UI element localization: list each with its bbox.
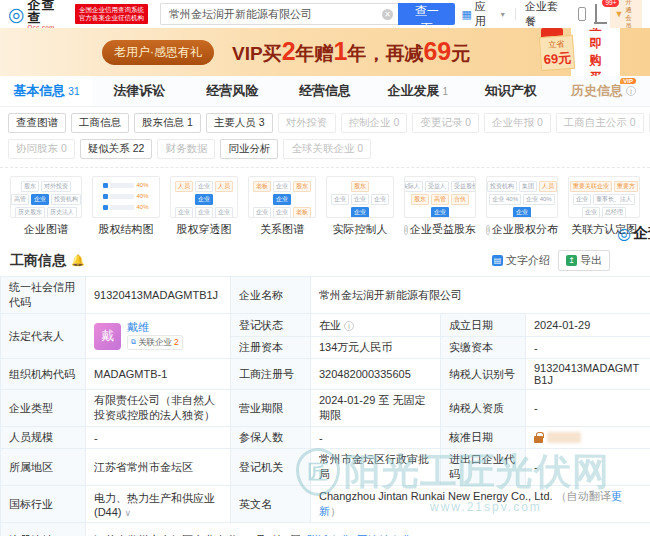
apps-grid-icon: ▦	[461, 8, 471, 21]
table-row: 组织机构代码 MADAGMTB-1 工商注册号 320482000335605 …	[1, 359, 650, 390]
tab-legal[interactable]: 法律诉讼	[93, 76, 186, 106]
mini-node: 企业	[351, 207, 369, 218]
tab-development[interactable]: 企业发展1	[371, 76, 464, 106]
field-value: 134万元人民币	[311, 337, 441, 359]
info-icon[interactable]: i	[344, 321, 354, 331]
qcc-brand-watermark: ◎ 企查查	[617, 224, 650, 243]
mini-node: 企业	[273, 194, 291, 205]
bell-icon	[595, 4, 597, 22]
graph-preview: 实际人受益人受益股份股东高管合伙企业	[404, 176, 476, 218]
industry-value[interactable]: 电力、热力生产和供应业 (D44) ∨	[86, 486, 231, 523]
text-intro-button[interactable]: ▤ 文字介绍	[492, 253, 550, 268]
table-row: 国标行业 电力、热力生产和供应业 (D44) ∨ 英文名 Changzhou J…	[1, 486, 650, 523]
mini-node: 企业	[431, 207, 449, 218]
field-label: 实缴资本	[441, 337, 526, 359]
related-companies-badge[interactable]: ⧉ 关联企业 2	[127, 335, 183, 350]
graph-card-equity-structure[interactable]: 40%40%40%股权结构图	[92, 176, 160, 237]
graph-card-equity-penetration[interactable]: 人员企业人员企业企业企业企业股权穿透图	[170, 176, 238, 237]
mini-node: 企业	[215, 207, 233, 218]
subnav-peer-analysis[interactable]: 同业分析	[220, 139, 278, 159]
graph-card-relationship-graph[interactable]: 老板企业股东企业企业企业老板关系图谱	[248, 176, 316, 237]
graph-card-label: 企业图谱	[10, 222, 82, 237]
mini-node: 股东	[21, 181, 39, 192]
graph-preview: 40%40%40%	[92, 176, 160, 218]
search-button[interactable]: 查一下	[398, 3, 455, 25]
field-value: 91320413MADAGMTB1J	[526, 359, 650, 390]
mini-node: 企业	[573, 194, 591, 205]
search-input[interactable]	[160, 3, 398, 25]
subscribe-bell-icon[interactable]: 🔔	[71, 254, 85, 267]
mini-node: 企业	[273, 181, 291, 192]
mini-node	[103, 194, 108, 199]
mini-node: 企业	[273, 207, 291, 218]
field-label: 注册资本	[231, 337, 311, 359]
graph-card-actual-controller-card[interactable]: 股东企业企业企业企业实际控制人	[326, 176, 394, 237]
subnav-shareholders[interactable]: 股东信息 1	[134, 113, 201, 133]
mini-node: 高管	[11, 194, 29, 205]
mobile-app-icon[interactable]	[578, 7, 587, 21]
mini-node: 企业	[253, 207, 271, 218]
graph-card-label: 实际控制人	[326, 222, 394, 237]
graph-card-beneficial-shareholders-card[interactable]: 实际人受益人受益股份股东高管合伙企业i企业受益股东	[404, 176, 476, 237]
enterprise-package-link[interactable]: 企业套餐	[525, 0, 568, 29]
tab-basic-info[interactable]: 基本信息31	[0, 76, 93, 106]
field-label: 登记状态	[231, 314, 311, 337]
field-label: 英文名	[231, 486, 311, 523]
buy-now-button[interactable]: 立即购买	[571, 28, 620, 76]
field-label: 营业期限	[231, 390, 311, 427]
avatar[interactable]: 戴	[94, 323, 121, 350]
table-row: 人员规模 - 参保人数 - 核准日期	[1, 427, 650, 449]
subnav-suspected-relations[interactable]: 疑似关系 22	[80, 139, 153, 159]
field-label: 企业名称	[231, 277, 311, 314]
business-info-section-header: 工商信息 🔔 ▤ 文字介绍 ↥ 导出	[0, 243, 650, 276]
subnav-row-2: 协同股东 0疑似关系 22财务数据同业分析全球关联企业 0	[8, 139, 642, 159]
subnav-self-disclosure: 工商自主公示 0	[556, 113, 644, 133]
mini-node: 企业 40%	[489, 194, 521, 205]
old-user-badge: 老用户·感恩有礼	[102, 40, 214, 65]
business-info-table: 统一社会信用代码 91320413MADAGMTB1J 企业名称 常州金坛润开新…	[0, 276, 650, 536]
export-icon: ↥	[566, 255, 577, 266]
subnav-key-people[interactable]: 主要人员 3	[206, 113, 273, 133]
field-label: 参保人数	[231, 427, 311, 449]
graph-preview: 重要关联企业重要方企业董事长、法人企业总经理企业	[568, 176, 640, 218]
subnav-controlled-companies: 控制企业 0	[341, 113, 408, 133]
subnav-change-records: 变更记录 0	[412, 113, 479, 133]
mini-node: 老板	[253, 181, 271, 192]
subnav-business-info[interactable]: 工商信息	[71, 113, 129, 133]
field-value: -	[311, 427, 441, 449]
gift-box-graphic: 立省 69元	[540, 28, 571, 76]
export-button[interactable]: ↥ 导出	[558, 250, 610, 271]
graph-card-label: i企业股权分布	[486, 222, 558, 237]
info-icon: i	[486, 225, 490, 235]
subnav-chacha-graph[interactable]: 查查图谱	[8, 113, 66, 133]
chevron-down-icon: ∨	[125, 508, 132, 518]
table-row: 注册地址 江苏省常州市金坛区金龙大道563号1幢2层 附近企业 同地址企业 23	[1, 523, 650, 536]
notifications-button[interactable]: 99+	[595, 5, 597, 23]
field-label: 人员规模	[1, 427, 86, 449]
qcc-logo[interactable]: ◎ 企查查 Qcc.com	[8, 0, 69, 30]
mini-node: 企业 40%	[523, 194, 555, 205]
graph-card-label: 关系图谱	[248, 222, 316, 237]
tab-history[interactable]: 历史信息VIPi	[557, 76, 650, 106]
section-title: 工商信息	[10, 252, 66, 270]
tab-ip[interactable]: 知识产权	[464, 76, 557, 106]
vip-promo-banner[interactable]: 老用户·感恩有礼 VIP买2年赠1年，再减69元 立省 69元 立即购买	[0, 28, 650, 76]
graph-card-company-graph[interactable]: 股东对外投资高管企业投资机构历史股东历史法人企业图谱	[10, 176, 82, 237]
graph-preview: 股东企业企业企业企业	[326, 176, 394, 218]
apps-menu[interactable]: ▦ 应用 ▼	[461, 0, 506, 29]
graph-preview: 股东对外投资高管企业投资机构历史股东历史法人	[10, 176, 82, 218]
graph-card-equity-distribution-card[interactable]: 投资机构集团人员企业 40%企业 40%企业i企业股权分布	[486, 176, 558, 237]
address-value: 江苏省常州市金坛区金龙大道563号1幢2层 附近企业 同地址企业 23	[86, 523, 650, 536]
field-value: 在业 i	[311, 314, 441, 337]
search-clear-icon[interactable]: ✕	[382, 9, 393, 20]
mini-node: 老板	[293, 207, 311, 218]
mini-node: 集团	[519, 181, 537, 192]
tab-risk[interactable]: 经营风险	[186, 76, 279, 106]
mini-node: 企业	[175, 207, 193, 218]
mini-node: 企业	[371, 194, 389, 205]
field-label: 成立日期	[441, 314, 526, 337]
approval-date-locked-value[interactable]	[526, 427, 650, 449]
legal-rep-link[interactable]: 戴维	[127, 322, 183, 333]
tab-operation[interactable]: 经营信息	[279, 76, 372, 106]
doc-icon: ▤	[492, 255, 503, 266]
